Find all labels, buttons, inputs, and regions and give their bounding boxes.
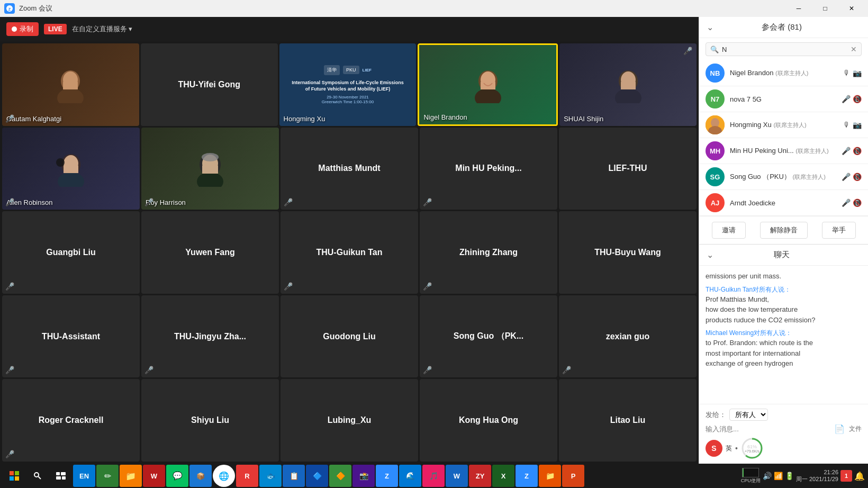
taskbar-sound[interactable]: 🔔 (854, 471, 865, 481)
video-cell-hongming[interactable]: 清华 PKU LIEF International Symposium of L… (279, 43, 417, 126)
video-cell-litao[interactable]: Litao Liu (559, 379, 697, 462)
taskbar-app-word[interactable]: W (446, 465, 468, 487)
mic-muted-icon[interactable]: 🎤 (842, 173, 851, 181)
video-cell-roger[interactable]: Roger Cracknell 🎤 (2, 379, 140, 462)
invite-button[interactable]: 邀请 (712, 222, 746, 239)
taskbar-app-chrome[interactable]: 🌐 (213, 465, 235, 487)
mic-icon[interactable]: 🎙 (843, 69, 851, 77)
video-cell-thu-assistant[interactable]: THU-Assistant 🎤 (2, 295, 140, 378)
video-cell-roy[interactable]: Roy Harrison 🎤 (141, 128, 279, 210)
video-cell-lubing[interactable]: Lubing_Xu (281, 379, 418, 462)
close-button[interactable]: ✕ (839, 0, 864, 17)
list-item[interactable]: AJ Arndt Joedicke 🎤 📵 (699, 190, 868, 216)
send-to-select[interactable]: 所有人 (729, 409, 768, 421)
taskbar-app-red[interactable]: R (236, 465, 258, 487)
list-item[interactable]: NB Nigel Brandon (联席主持人) 🎙 📷 (699, 60, 868, 86)
file-icon[interactable]: 📄 (834, 424, 845, 434)
video-off-icon[interactable]: 📵 (853, 95, 862, 103)
taskbar-app-wx[interactable]: 💬 (166, 465, 188, 487)
taskbar-app-zoom2[interactable]: Z (516, 465, 538, 487)
mic-icon[interactable]: 🎙 (843, 121, 851, 129)
list-item[interactable]: SG Song Guo （PKU） (联席主持人) 🎤 📵 (699, 164, 868, 190)
video-cell-guangbi[interactable]: Guangbi Liu 🎤 (2, 211, 140, 294)
video-cell-shuai[interactable]: SHUAI Shijin 🎤 (559, 43, 697, 126)
video-cell-thu-yifei[interactable]: THU-Yifei Gong (141, 43, 278, 126)
record-button[interactable]: 录制 (6, 22, 39, 36)
chat-input[interactable] (706, 425, 830, 433)
collapse-chat-btn[interactable]: ⌄ (707, 250, 713, 260)
taskbar-app-camera[interactable]: 📸 (352, 465, 375, 487)
taskbar-app-green2[interactable]: 🔶 (329, 465, 351, 487)
search-taskbar-button[interactable] (26, 465, 49, 487)
minimize-button[interactable]: ─ (786, 0, 811, 17)
collapse-participants-btn[interactable]: ⌄ (707, 22, 713, 32)
video-off-icon[interactable]: 📵 (853, 173, 862, 181)
video-icon[interactable]: 📷 (853, 69, 862, 77)
video-cell-zhining[interactable]: Zhining Zhang 🎤 (420, 211, 557, 294)
video-cell-yuwen[interactable]: Yuwen Fang (141, 211, 279, 294)
sys-icon-2[interactable]: 📶 (774, 472, 783, 480)
taskbar-app-folder[interactable]: 📁 (120, 465, 142, 487)
sogou-icon[interactable]: S (706, 440, 722, 457)
video-icon[interactable]: 📷 (853, 121, 862, 129)
video-cell-nigel[interactable]: Nigel Brandon (418, 43, 558, 126)
video-cell-gautam[interactable]: Gautam Kalghatgi 🎤 (2, 43, 139, 126)
start-button[interactable] (3, 465, 25, 487)
video-off-icon[interactable]: 📵 (853, 198, 862, 207)
participant-name-text: Nigel Brandon (联席主持人) (730, 69, 838, 77)
file-label[interactable]: 文件 (849, 424, 862, 433)
task-view-button[interactable] (50, 465, 72, 487)
titlebar-controls[interactable]: ─ □ ✕ (786, 0, 864, 17)
cpu-usage: CPU使用 (741, 468, 761, 484)
unmute-all-button[interactable]: 解除静音 (760, 222, 808, 239)
taskbar-app-files[interactable]: 📁 (539, 465, 561, 487)
mic-muted-icon[interactable]: 🎤 (842, 147, 851, 155)
taskbar-app-zy[interactable]: ZY (469, 465, 491, 487)
raise-hand-button[interactable]: 举手 (822, 222, 856, 239)
taskbar-app-edge[interactable]: 🌊 (399, 465, 421, 487)
taskbar-notification[interactable]: 1 (840, 470, 852, 482)
taskbar-app-pen[interactable]: ✏ (96, 465, 119, 487)
taskbar-app-music[interactable]: 🎵 (422, 465, 445, 487)
list-item[interactable]: Hongming Xu (联席主持人) 🎙 📷 (699, 112, 868, 138)
name-liefthu: LIEF-THU (609, 164, 647, 173)
video-cell-kong-hua[interactable]: Kong Hua Ong (420, 379, 557, 462)
taskbar-app-wr[interactable]: W (143, 465, 165, 487)
video-cell-shiyu[interactable]: Shiyu Liu (141, 379, 279, 462)
stream-label[interactable]: 在自定义直播服务 ▾ (72, 24, 133, 34)
mic-muted-icon[interactable]: 🎤 (842, 198, 851, 207)
sys-icon-3[interactable]: 🔋 (785, 472, 794, 480)
video-area: 录制 LIVE 在自定义直播服务 ▾ Gautam Kalghatgi 🎤 T (0, 17, 699, 464)
video-cell-matthias[interactable]: Matthias Mundt 🎤 (281, 128, 418, 210)
list-item[interactable]: MH Min HU Peking Uni... (联席主持人) 🎤 📵 (699, 138, 868, 164)
taskbar-app-blue[interactable]: 📋 (283, 465, 305, 487)
video-cell-thu-buyu[interactable]: THU-Buyu Wang (559, 211, 697, 294)
taskbar-app-excel[interactable]: X (492, 465, 514, 487)
search-input[interactable] (722, 46, 851, 53)
taskbar-app-ppt[interactable]: P (562, 465, 584, 487)
taskbar-app-blue2[interactable]: 🔷 (306, 465, 328, 487)
video-off-icon[interactable]: 📵 (853, 147, 862, 155)
video-cell-zexian[interactable]: zexian guo 🎤 (559, 295, 697, 378)
maximize-button[interactable]: □ (813, 0, 837, 17)
video-cell-thu-guikun[interactable]: THU-Guikun Tan 🎤 (281, 211, 418, 294)
video-cell-liefthu[interactable]: LIEF-THU (559, 128, 697, 210)
participant-icons: 🎤 📵 (842, 147, 862, 155)
video-cell-thu-jingyu[interactable]: THU-Jingyu Zha... 🎤 (141, 295, 279, 378)
taskbar-app-zoom[interactable]: Z (376, 465, 398, 487)
taskbar-app-pkg[interactable]: 📦 (189, 465, 212, 487)
sys-icon-1[interactable]: 🔊 (763, 472, 772, 480)
search-clear-btn[interactable]: ✕ (851, 45, 857, 53)
chat-sender-2: THU-Guikun Tan对所有人说： (706, 285, 862, 294)
video-cell-song-guo[interactable]: Song Guo （PK... 🎤 (420, 295, 557, 378)
video-cell-minhu[interactable]: Min HU Peking... 🎤 (420, 128, 557, 210)
taskbar-app-EN[interactable]: EN (73, 465, 95, 487)
list-item[interactable]: N7 nova 7 5G 🎤 📵 (699, 86, 868, 112)
video-cell-allen[interactable]: Allen Robinson 🎤 (2, 128, 140, 210)
name-shiyu: Shiyu Liu (191, 415, 229, 425)
taskbar-app-fish[interactable]: 🐟 (259, 465, 282, 487)
search-box[interactable]: 🔍 ✕ (706, 42, 862, 56)
mic-muted-icon[interactable]: 🎤 (842, 95, 851, 103)
participant-icons: 🎤 📵 (842, 173, 862, 181)
video-cell-guodong[interactable]: Guodong Liu (281, 295, 418, 378)
